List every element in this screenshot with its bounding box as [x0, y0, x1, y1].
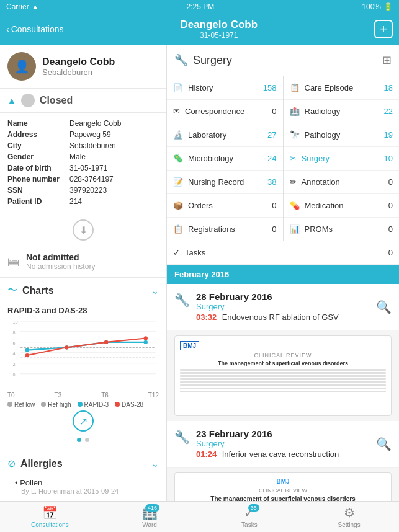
surgery-entry-desc: Inferior vena cava reconstruction: [222, 450, 339, 459]
detail-row: NameDeangelo Cobb: [7, 119, 159, 128]
charts-section-header[interactable]: 〜 Charts ⌄: [0, 277, 166, 303]
bottom-tab-label: Consultations: [31, 521, 69, 528]
detail-label: Name: [7, 119, 69, 128]
nav-item-medication[interactable]: 💊Medication0: [284, 194, 400, 218]
legend-ref-high: Ref high: [41, 401, 71, 408]
nav-dot-2[interactable]: [85, 438, 89, 442]
not-admitted-section: 🛏 Not admitted No admission history: [0, 246, 166, 277]
nav-label: Surgery: [302, 154, 330, 163]
doc-preview-inline: BMJ CLINICAL REVIEW The management of su…: [174, 335, 392, 416]
detail-value: Deangelo Cobb: [69, 119, 121, 128]
allergies-section-header[interactable]: ⊘ Allergies ⌄: [0, 451, 166, 476]
surgery-entry-1[interactable]: 🔧 23 February 2016 Surgery 01:24 Inferio…: [167, 421, 399, 468]
bottom-tab-consultations[interactable]: 📅 Consultations: [0, 502, 100, 532]
surgery-entry-type: Surgery: [196, 439, 370, 448]
svg-text:4: 4: [12, 351, 15, 357]
doc-preview-line: [180, 369, 386, 371]
nav-item-microbiology[interactable]: 🦠Microbiology24: [167, 147, 283, 171]
back-button[interactable]: ‹ Consultations: [6, 24, 64, 34]
nav-label: Annotation: [302, 177, 340, 187]
surgery-entry-icon: 🔧: [174, 430, 190, 445]
nav-item-annotation[interactable]: ✏Annotation0: [284, 171, 400, 194]
allergies-list: PollenBy L. Hoorenman at 2015-09-24DogsB…: [0, 476, 166, 501]
patient-name: Deangelo Cobb: [42, 56, 115, 68]
patient-info: Deangelo Cobb Sebaldeburen: [42, 56, 115, 77]
search-icon[interactable]: 🔍: [376, 437, 392, 451]
badge-tasks: 35: [248, 504, 259, 512]
x-label-t3: T3: [55, 392, 62, 399]
nav-icon: 🔭: [290, 130, 300, 140]
detail-row: AddressPapeweg 59: [7, 130, 159, 139]
patient-location: Sebaldeburen: [42, 68, 115, 77]
detail-label: City: [7, 141, 69, 150]
svg-point-14: [25, 348, 29, 352]
nav-dot-1[interactable]: [77, 438, 81, 442]
back-chevron-icon: ‹: [6, 24, 9, 34]
nav-item-nursing-record[interactable]: 📝Nursing Record38: [167, 171, 283, 194]
surgery-entry-info: 01:24 Inferior vena cava reconstruction: [196, 448, 370, 459]
nav-item-correspondence[interactable]: ✉Correspondence0: [167, 100, 283, 123]
add-button[interactable]: +: [374, 20, 393, 38]
surgery-entry-date: 23 February 2016: [196, 428, 370, 439]
grid-icon[interactable]: ⊞: [382, 53, 392, 67]
nav-item-proms[interactable]: 📊PROMs0: [284, 218, 400, 241]
bottom-tab-tasks[interactable]: ✓ 35 Tasks: [200, 502, 300, 532]
bottom-tab-icon: ⚙: [344, 505, 355, 520]
surgery-entry-time: 01:24: [196, 450, 217, 459]
nav-label: History: [188, 83, 213, 92]
chart-expand-button[interactable]: ↗: [73, 410, 94, 432]
bottom-tab-icon: 📅: [42, 505, 58, 520]
bottom-tab-ward[interactable]: 🏥 416 Ward: [100, 502, 200, 532]
battery-icon: 🔋: [383, 2, 393, 11]
svg-text:8: 8: [12, 330, 15, 335]
doc-preview-line: [180, 388, 386, 389]
search-icon[interactable]: 🔍: [376, 299, 392, 314]
svg-point-20: [104, 340, 108, 344]
toggle-circle: [21, 94, 35, 107]
doc-preview-title: The management of superficial venous dis…: [180, 360, 386, 366]
status-bar: Carrier ▲ 2:25 PM 100% 🔋: [0, 0, 399, 14]
nav-item-registrations[interactable]: 📋Registrations0: [167, 218, 283, 241]
charts-chevron-icon: ⌄: [151, 286, 159, 296]
nav-item-care-episode[interactable]: 📋Care Episode18: [284, 76, 400, 100]
surgery-entry-content: 28 February 2016 Surgery 03:32 Endovenou…: [196, 291, 370, 322]
doc-title: The management of superficial venous dis…: [180, 495, 386, 501]
patient-details: NameDeangelo CobbAddressPapeweg 59CitySe…: [0, 113, 166, 215]
download-button[interactable]: ⬇: [73, 219, 94, 241]
carrier-label: Carrier: [6, 2, 29, 11]
nav-count: 0: [272, 201, 276, 210]
surgery-entry-type: Surgery: [196, 302, 370, 311]
header-title: Deangelo Cobb 31-05-1971: [64, 19, 375, 40]
status-toggle[interactable]: ▲ Closed: [0, 88, 166, 113]
bottom-tab-label: Tasks: [241, 521, 258, 528]
nav-icon: 📦: [173, 201, 183, 210]
nav-item-history[interactable]: 📄History158: [167, 76, 283, 100]
detail-value: 397920223: [69, 186, 107, 195]
chart-title: RAPID-3 and DAS-28: [7, 306, 159, 315]
nav-icon: 📝: [173, 177, 183, 187]
nav-label: Correspondence: [185, 107, 244, 116]
allergy-name: Pollen: [15, 478, 159, 487]
nav-count: 10: [384, 154, 393, 163]
doc-type: CLINICAL REVIEW: [180, 487, 386, 494]
nav-item-tasks[interactable]: ✓Tasks0: [167, 241, 399, 265]
detail-label: Gender: [7, 153, 69, 161]
svg-point-19: [65, 345, 68, 349]
nav-item-radiology[interactable]: 🏥Radiology22: [284, 100, 400, 123]
nav-icon: ✂: [290, 154, 297, 163]
x-label-t0: T0: [7, 392, 15, 399]
detail-label: Patient ID: [7, 197, 69, 206]
nav-item-orders[interactable]: 📦Orders0: [167, 194, 283, 218]
nav-item-surgery[interactable]: ✂Surgery10: [284, 147, 400, 171]
legend-rapid3: RAPID-3: [78, 401, 109, 408]
allergy-item: PollenBy L. Hoorenman at 2015-09-24: [15, 478, 159, 495]
allergy-by: By L. Hoorenman at 2015-09-24: [15, 487, 159, 495]
nav-count: 19: [384, 130, 393, 140]
nav-item-laboratory[interactable]: 🔬Laboratory27: [167, 123, 283, 147]
nav-item-pathology[interactable]: 🔭Pathology19: [284, 123, 400, 147]
doc-brand: BMJ: [180, 478, 386, 485]
surgery-entry-0[interactable]: 🔧 28 February 2016 Surgery 03:32 Endoven…: [167, 284, 399, 330]
charts-section-left: 〜 Charts: [7, 284, 54, 297]
nav-icon: ✉: [173, 107, 180, 116]
bottom-tab-settings[interactable]: ⚙ Settings: [299, 502, 399, 532]
